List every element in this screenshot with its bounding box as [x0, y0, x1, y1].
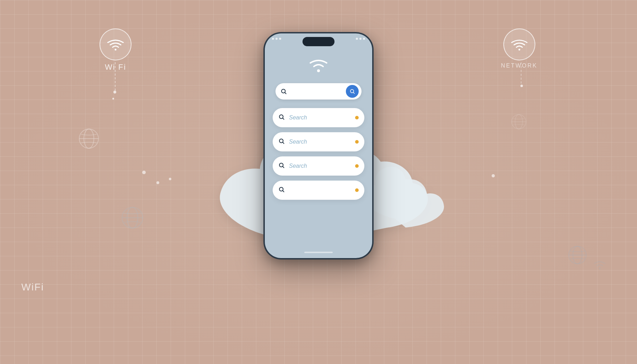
- globe-right-top-icon: [511, 114, 527, 131]
- globe-left-bottom-icon: [121, 206, 144, 231]
- search-row-2-dot: [355, 140, 359, 144]
- wifi-right-bottom-icon: [591, 256, 609, 272]
- status-dot-1: [272, 38, 274, 40]
- phone-body: Search Search: [263, 32, 374, 259]
- deco-dot-2: [156, 181, 159, 184]
- line-dot-1: [113, 91, 116, 93]
- svg-point-14: [599, 267, 601, 269]
- status-dot-r1: [356, 38, 358, 40]
- top-search-bar[interactable]: [275, 83, 362, 100]
- phone-screen: Search Search: [265, 33, 372, 258]
- network-label: Network: [501, 63, 537, 69]
- wifi-circle-right: [503, 28, 535, 60]
- search-row-4[interactable]: [273, 181, 364, 200]
- globe-left-icon: [78, 128, 100, 151]
- search-row-1[interactable]: Search: [273, 108, 364, 127]
- status-dot-2: [275, 38, 278, 40]
- search-row-1-dot: [355, 116, 359, 119]
- wifi-right-top: Network: [501, 28, 537, 69]
- deco-dot-1: [142, 171, 146, 174]
- globe-right-bottom-icon: [568, 245, 587, 266]
- search-row-2-text: Search: [289, 139, 351, 145]
- svg-point-0: [115, 49, 117, 50]
- phone-notch: [303, 37, 334, 46]
- search-row-4-dot: [355, 188, 359, 192]
- svg-line-17: [285, 92, 286, 93]
- search-row-3-icon: [278, 162, 285, 170]
- svg-point-15: [317, 69, 320, 72]
- phone-device: Search Search: [263, 32, 374, 259]
- top-search-icon: [280, 88, 287, 95]
- search-row-3[interactable]: Search: [273, 156, 364, 176]
- search-row-3-text: Search: [289, 163, 351, 169]
- search-blue-button[interactable]: [346, 85, 359, 98]
- deco-dot-3: [169, 178, 171, 180]
- svg-line-27: [283, 191, 284, 192]
- line-dot-3: [520, 85, 523, 87]
- wifi-left-label: Wi Fi: [105, 63, 126, 72]
- search-row-3-dot: [355, 164, 359, 168]
- wifi-left-top: Wi Fi: [100, 28, 132, 72]
- status-bar-left: [272, 38, 281, 40]
- status-dot-r3: [363, 38, 365, 40]
- svg-line-23: [283, 142, 284, 143]
- search-row-2-icon: [278, 138, 285, 146]
- line-dot-2: [112, 98, 114, 100]
- svg-line-21: [283, 118, 284, 119]
- phone-wifi-icon: [306, 53, 331, 74]
- deco-dot-4: [492, 174, 495, 177]
- status-dot-r2: [359, 38, 362, 40]
- svg-line-19: [353, 92, 354, 93]
- dashed-line-left: [115, 62, 116, 91]
- search-row-4-icon: [278, 186, 285, 194]
- dashed-line-right: [521, 62, 521, 84]
- wifi-bottom-left-label: WiFi: [21, 282, 44, 293]
- svg-point-1: [518, 49, 520, 50]
- search-row-1-text: Search: [289, 114, 351, 121]
- wifi-circle-left: [100, 28, 132, 60]
- svg-line-25: [283, 166, 284, 167]
- search-row-2[interactable]: Search: [273, 132, 364, 151]
- status-dot-3: [279, 38, 281, 40]
- search-row-1-icon: [278, 114, 285, 122]
- phone-home-bar: [304, 252, 333, 253]
- status-bar-right: [356, 38, 365, 40]
